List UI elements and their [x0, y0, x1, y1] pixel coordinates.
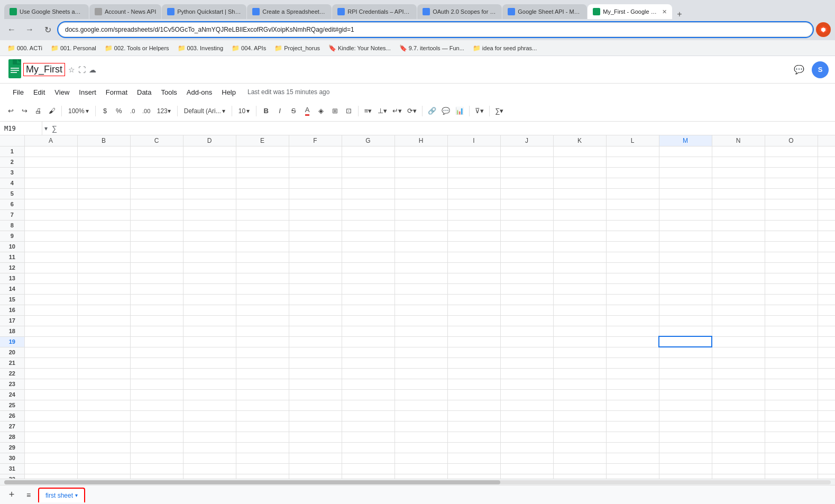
- cell-L22[interactable]: [606, 368, 659, 379]
- tab-4[interactable]: Create a Spreadsheet | Sheet...: [247, 4, 332, 19]
- col-header-N[interactable]: N: [712, 135, 765, 146]
- row-num-4[interactable]: 4: [0, 178, 24, 188]
- cell-C12[interactable]: [130, 262, 183, 273]
- cell-P26[interactable]: [818, 410, 835, 421]
- cell-F30[interactable]: [289, 453, 342, 463]
- menu-addons[interactable]: Add-ons: [182, 87, 216, 98]
- cell-D3[interactable]: [183, 167, 236, 178]
- cell-F22[interactable]: [289, 368, 342, 379]
- cell-M9[interactable]: [659, 231, 712, 241]
- cell-H14[interactable]: [394, 283, 447, 294]
- cell-J22[interactable]: [500, 368, 553, 379]
- bookmark-seed[interactable]: 📁 idea for seed phras...: [470, 43, 540, 53]
- cell-E8[interactable]: [236, 220, 289, 231]
- cell-I15[interactable]: [447, 294, 500, 305]
- borders-button[interactable]: ⊞: [328, 104, 341, 118]
- cell-H30[interactable]: [394, 453, 447, 463]
- cell-J25[interactable]: [500, 400, 553, 410]
- cell-O23[interactable]: [765, 379, 818, 389]
- cell-I21[interactable]: [447, 358, 500, 368]
- cell-H3[interactable]: [394, 167, 447, 178]
- cell-N29[interactable]: [712, 442, 765, 453]
- cell-F17[interactable]: [289, 315, 342, 326]
- cell-L7[interactable]: [606, 209, 659, 220]
- cell-O12[interactable]: [765, 262, 818, 273]
- cell-O17[interactable]: [765, 315, 818, 326]
- cell-I32[interactable]: [447, 474, 500, 479]
- cell-O16[interactable]: [765, 305, 818, 315]
- cell-P15[interactable]: [818, 294, 835, 305]
- cell-K14[interactable]: [553, 283, 606, 294]
- cell-E30[interactable]: [236, 453, 289, 463]
- col-header-J[interactable]: J: [500, 135, 553, 146]
- cell-A5[interactable]: [24, 188, 77, 199]
- cell-P6[interactable]: [818, 199, 835, 209]
- cell-H12[interactable]: [394, 262, 447, 273]
- cell-B24[interactable]: [77, 389, 130, 400]
- cell-I5[interactable]: [447, 188, 500, 199]
- cell-H11[interactable]: [394, 252, 447, 262]
- cell-F25[interactable]: [289, 400, 342, 410]
- cell-H8[interactable]: [394, 220, 447, 231]
- cell-E22[interactable]: [236, 368, 289, 379]
- cell-K8[interactable]: [553, 220, 606, 231]
- function-button[interactable]: ∑ ▾: [493, 104, 506, 118]
- cell-C25[interactable]: [130, 400, 183, 410]
- cell-J31[interactable]: [500, 463, 553, 474]
- row-num-30[interactable]: 30: [0, 453, 24, 463]
- cell-E18[interactable]: [236, 326, 289, 336]
- cell-K27[interactable]: [553, 421, 606, 432]
- cell-A17[interactable]: [24, 315, 77, 326]
- cell-O26[interactable]: [765, 410, 818, 421]
- cell-M7[interactable]: [659, 209, 712, 220]
- link-button[interactable]: 🔗: [426, 104, 438, 118]
- cell-P4[interactable]: [818, 178, 835, 188]
- cell-H15[interactable]: [394, 294, 447, 305]
- cell-K20[interactable]: [553, 347, 606, 358]
- cell-B13[interactable]: [77, 273, 130, 283]
- cell-J17[interactable]: [500, 315, 553, 326]
- cell-B6[interactable]: [77, 199, 130, 209]
- cell-B8[interactable]: [77, 220, 130, 231]
- cell-D4[interactable]: [183, 178, 236, 188]
- cell-K32[interactable]: [553, 474, 606, 479]
- cell-D1[interactable]: [183, 146, 236, 157]
- cell-G10[interactable]: [342, 241, 394, 252]
- cell-J29[interactable]: [500, 442, 553, 453]
- cell-A13[interactable]: [24, 273, 77, 283]
- cell-I19[interactable]: [447, 336, 500, 347]
- cell-K1[interactable]: [553, 146, 606, 157]
- cell-H10[interactable]: [394, 241, 447, 252]
- filter-button[interactable]: ⊽ ▾: [473, 104, 486, 118]
- italic-button[interactable]: I: [273, 104, 286, 118]
- col-header-C[interactable]: C: [130, 135, 183, 146]
- cell-L18[interactable]: [606, 326, 659, 336]
- cell-L17[interactable]: [606, 315, 659, 326]
- cell-G27[interactable]: [342, 421, 394, 432]
- cell-D21[interactable]: [183, 358, 236, 368]
- cell-N31[interactable]: [712, 463, 765, 474]
- font-dropdown[interactable]: Default (Ari... ▾: [181, 104, 228, 118]
- cell-M1[interactable]: [659, 146, 712, 157]
- cell-N3[interactable]: [712, 167, 765, 178]
- cell-L8[interactable]: [606, 220, 659, 231]
- cell-E27[interactable]: [236, 421, 289, 432]
- menu-tools[interactable]: Tools: [157, 87, 181, 98]
- cell-K4[interactable]: [553, 178, 606, 188]
- cell-L4[interactable]: [606, 178, 659, 188]
- cell-F31[interactable]: [289, 463, 342, 474]
- cell-F14[interactable]: [289, 283, 342, 294]
- cell-B28[interactable]: [77, 432, 130, 442]
- cell-N6[interactable]: [712, 199, 765, 209]
- format-number-dropdown[interactable]: 123▾: [154, 104, 174, 118]
- cell-L31[interactable]: [606, 463, 659, 474]
- cell-K22[interactable]: [553, 368, 606, 379]
- formula-input[interactable]: [59, 124, 835, 132]
- cell-K26[interactable]: [553, 410, 606, 421]
- cell-M25[interactable]: [659, 400, 712, 410]
- cell-L5[interactable]: [606, 188, 659, 199]
- cell-A14[interactable]: [24, 283, 77, 294]
- cell-H25[interactable]: [394, 400, 447, 410]
- cell-C13[interactable]: [130, 273, 183, 283]
- bookmark-horus[interactable]: 📁 Project_horus: [271, 43, 323, 53]
